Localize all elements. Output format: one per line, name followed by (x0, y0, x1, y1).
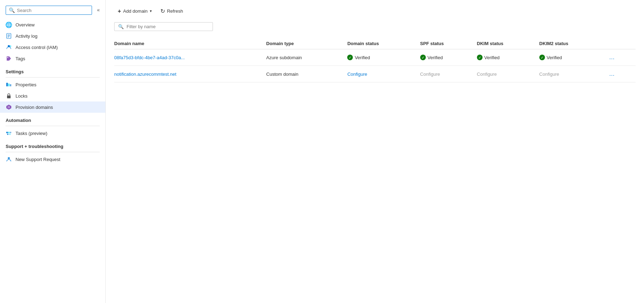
globe-icon: 🌐 (6, 21, 12, 28)
collapse-button[interactable]: « (96, 6, 101, 14)
dkim2-configure-label: Configure (539, 72, 559, 77)
sidebar-item-label: Properties (16, 82, 36, 87)
dkim-status-label: Verified (484, 55, 499, 60)
sidebar-nav: 🌐 Overview Activity log (0, 18, 105, 166)
col-dkim-status: DKIM status (477, 38, 539, 49)
svg-point-5 (10, 45, 11, 47)
svg-rect-8 (6, 83, 8, 86)
svg-rect-10 (10, 84, 11, 86)
domain-name-cell: notification.azurecommtest.net (114, 66, 266, 82)
sidebar-item-locks[interactable]: Locks (0, 90, 105, 101)
tags-icon (6, 55, 12, 62)
sidebar-item-new-support[interactable]: New Support Request (0, 154, 105, 165)
svg-rect-14 (6, 132, 8, 133)
section-divider-3 (6, 152, 100, 152)
col-domain-status: Domain status (347, 38, 420, 49)
col-spf-status: SPF status (420, 38, 477, 49)
sidebar-item-provision-domains[interactable]: Provision domains (0, 101, 105, 113)
sidebar: 🔍 « 🌐 Overview Activity log (0, 0, 106, 303)
support-icon (6, 156, 12, 162)
spf-status-verified: ✓ Verified (420, 55, 473, 60)
svg-point-7 (7, 57, 8, 58)
sidebar-item-activity-log[interactable]: Activity log (0, 30, 105, 42)
sidebar-item-label: Access control (IAM) (16, 45, 58, 50)
sidebar-item-iam[interactable]: Access control (IAM) (0, 42, 105, 53)
table-row: notification.azurecommtest.net Custom do… (114, 66, 636, 82)
svg-rect-11 (7, 95, 11, 98)
filter-search-icon: 🔍 (118, 24, 124, 29)
dkim2-check-icon: ✓ (539, 55, 545, 60)
dkim2-status-cell: ✓ Verified (539, 49, 607, 66)
table-row: 08fa75d3-bfdc-4be7-a4ad-37c0a... Azure s… (114, 49, 636, 66)
refresh-button[interactable]: ↻ Refresh (157, 6, 187, 17)
refresh-label: Refresh (167, 8, 183, 14)
add-domain-dropdown-icon: ▾ (150, 9, 152, 13)
provision-icon (6, 104, 12, 110)
row-actions-cell: … (607, 66, 636, 82)
svg-rect-16 (10, 132, 11, 133)
dkim-configure-label: Configure (477, 72, 497, 77)
sidebar-item-label: Overview (16, 22, 35, 27)
sidebar-item-label: Tasks (preview) (16, 131, 47, 136)
sidebar-item-label: Provision domains (16, 105, 53, 110)
search-icon: 🔍 (9, 7, 15, 13)
domain-status-label: Verified (355, 55, 370, 60)
domain-status-configure-link[interactable]: Configure (347, 72, 367, 77)
dkim-check-icon: ✓ (477, 55, 483, 60)
domain-name-link[interactable]: 08fa75d3-bfdc-4be7-a4ad-37c0a... (114, 55, 185, 60)
dkim-status-cell: ✓ Verified (477, 49, 539, 66)
domain-status-verified: ✓ Verified (347, 55, 416, 60)
domain-type-cell: Azure subdomain (266, 49, 347, 66)
domain-type-cell: Custom domain (266, 66, 347, 82)
sidebar-item-tags[interactable]: Tags (0, 53, 105, 64)
sidebar-top: 🔍 « (0, 0, 105, 18)
toolbar: + Add domain ▾ ↻ Refresh (114, 6, 636, 17)
domains-table: Domain name Domain type Domain status SP… (114, 38, 636, 82)
sidebar-item-label: Tags (16, 56, 25, 61)
svg-point-19 (8, 157, 10, 159)
verified-check-icon: ✓ (347, 55, 353, 60)
refresh-icon: ↻ (160, 8, 165, 14)
search-wrap: 🔍 (3, 3, 96, 18)
spf-status-cell: Configure (420, 66, 477, 82)
svg-rect-9 (8, 84, 10, 86)
section-automation-label: Automation (0, 113, 105, 124)
sidebar-item-overview[interactable]: 🌐 Overview (0, 19, 105, 30)
section-support-label: Support + troubleshooting (0, 139, 105, 150)
table-header-row: Domain name Domain type Domain status SP… (114, 38, 636, 49)
dkim-status-verified: ✓ Verified (477, 55, 535, 60)
properties-icon (6, 81, 12, 88)
add-domain-label: Add domain (123, 8, 147, 14)
add-domain-button[interactable]: + Add domain ▾ (114, 6, 155, 17)
domain-name-cell: 08fa75d3-bfdc-4be7-a4ad-37c0a... (114, 49, 266, 66)
add-icon: + (118, 8, 121, 14)
activity-icon (6, 33, 12, 39)
spf-status-cell: ✓ Verified (420, 49, 477, 66)
row-actions-cell: … (607, 49, 636, 66)
section-settings-label: Settings (0, 64, 105, 76)
svg-rect-18 (9, 134, 11, 135)
row-more-button[interactable]: … (607, 54, 617, 61)
col-domain-name: Domain name (114, 38, 266, 49)
dkim2-status-verified: ✓ Verified (539, 55, 603, 60)
search-bar: 🔍 (6, 6, 92, 15)
domain-name-link[interactable]: notification.azurecommtest.net (114, 72, 176, 77)
spf-status-label: Verified (428, 55, 443, 60)
filter-input[interactable] (127, 24, 209, 29)
row-more-button[interactable]: … (607, 70, 617, 78)
sidebar-item-tasks[interactable]: Tasks (preview) (0, 128, 105, 139)
sidebar-item-label: New Support Request (16, 157, 60, 162)
svg-rect-17 (7, 134, 8, 135)
col-actions (607, 38, 636, 49)
sidebar-item-label: Activity log (16, 33, 37, 39)
section-divider-2 (6, 126, 100, 126)
sidebar-item-label: Locks (16, 93, 27, 99)
spf-check-icon: ✓ (420, 55, 426, 60)
dkim2-status-cell: Configure (539, 66, 607, 82)
tasks-icon (6, 130, 12, 136)
search-input[interactable] (17, 8, 89, 13)
sidebar-item-properties[interactable]: Properties (0, 79, 105, 90)
iam-icon (6, 44, 12, 50)
domain-status-cell: Configure (347, 66, 420, 82)
dkim2-status-label: Verified (547, 55, 562, 60)
